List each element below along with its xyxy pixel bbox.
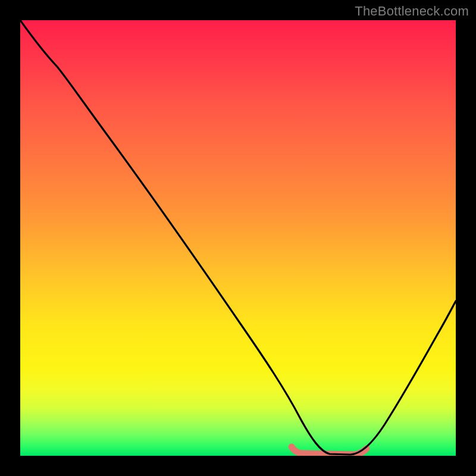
watermark-text: TheBottleneck.com (355, 4, 469, 19)
bottleneck-curve (20, 20, 456, 456)
curve-path (20, 20, 456, 455)
plot-area (20, 20, 456, 456)
chart-frame: TheBottleneck.com (0, 0, 476, 476)
